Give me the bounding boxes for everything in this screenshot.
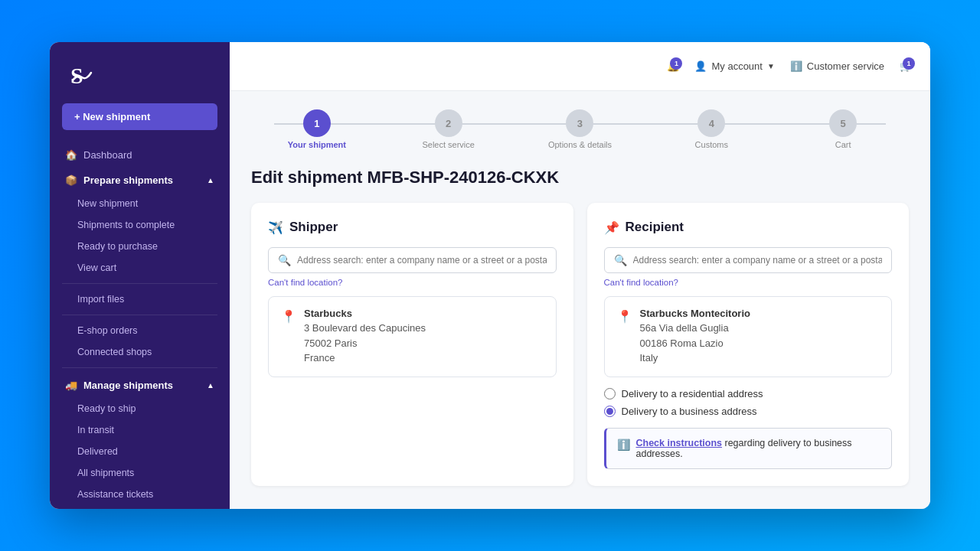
- sidebar-item-all-shipments[interactable]: All shipments: [50, 462, 230, 484]
- sidebar-section-manage[interactable]: 🚚 Manage shipments ▲: [50, 373, 230, 398]
- step-2: 2 Select service: [383, 109, 514, 149]
- home-icon: 🏠: [65, 149, 77, 161]
- sidebar-item-new-shipment[interactable]: New shipment: [50, 193, 230, 214]
- recipient-address-line2: 00186 Roma Lazio: [640, 336, 750, 351]
- customer-service-label: Customer service: [807, 60, 884, 72]
- recipient-address-box: 📍 Starbucks Montecitorio 56a Via della G…: [604, 296, 893, 377]
- radio-business[interactable]: Delivery to a business address: [604, 406, 893, 417]
- sidebar-item-ready-to-purchase[interactable]: Ready to purchase: [50, 236, 230, 257]
- step-circle-4: 4: [697, 109, 725, 137]
- recipient-card-title: 📌 Recipient: [604, 220, 893, 235]
- recipient-address-line3: Italy: [640, 350, 750, 366]
- info-icon: ℹ️: [617, 439, 630, 451]
- cart-button[interactable]: 🛒 1: [900, 60, 912, 72]
- truck-icon: 🚚: [65, 380, 77, 391]
- info-circle-icon: ℹ️: [790, 60, 802, 72]
- recipient-name: Starbucks Montecitorio: [640, 308, 750, 319]
- recipient-card: 📌 Recipient 🔍 Can't find location? 📍 Sta…: [587, 203, 910, 486]
- logo-area: S: [50, 42, 230, 103]
- package-icon: 📦: [65, 174, 77, 186]
- step-circle-1: 1: [303, 109, 331, 137]
- header: 🔔 1 👤 My account ▼ ℹ️ Customer service 🛒…: [230, 42, 930, 91]
- sidebar-item-eshop-orders[interactable]: E-shop orders: [50, 320, 230, 341]
- stepper: 1 Your shipment 2 Select service 3 Optio…: [251, 109, 909, 149]
- radio-residential-label: Delivery to a residential address: [622, 388, 763, 399]
- nav-divider-3: [62, 367, 217, 368]
- shipper-search-input[interactable]: [297, 255, 547, 266]
- delivery-type-group: Delivery to a residential address Delive…: [604, 388, 893, 417]
- step-3: 3 Options & details: [514, 109, 646, 149]
- person-icon: 👤: [694, 60, 707, 72]
- shipper-address-line1: 3 Boulevard des Capucines: [304, 321, 426, 336]
- pin-icon-shipper: 📍: [281, 309, 296, 366]
- check-instructions-link[interactable]: Check instructions: [636, 438, 723, 448]
- recipient-address-line1: 56a Via della Guglia: [640, 321, 750, 336]
- cards-row: ✈️ Shipper 🔍 Can't find location? 📍 Star…: [251, 203, 909, 486]
- chevron-down-icon: ▼: [767, 62, 775, 70]
- manage-label: Manage shipments: [83, 380, 173, 391]
- sidebar-item-dashboard[interactable]: 🏠 Dashboard: [50, 142, 230, 168]
- new-shipment-button[interactable]: + New shipment: [62, 103, 217, 130]
- search-icon-recipient: 🔍: [614, 254, 627, 266]
- main-content: 🔔 1 👤 My account ▼ ℹ️ Customer service 🛒…: [230, 42, 930, 509]
- notification-button[interactable]: 🔔 1: [667, 60, 679, 72]
- nav-divider-2: [62, 315, 217, 315]
- business-delivery-info: ℹ️ Check instructions regarding delivery…: [604, 428, 893, 469]
- step-1: 1 Your shipment: [251, 109, 383, 149]
- search-icon: 🔍: [278, 254, 291, 266]
- recipient-cant-find[interactable]: Can't find location?: [604, 278, 893, 287]
- step-label-1: Your shipment: [288, 140, 346, 149]
- step-label-2: Select service: [422, 140, 474, 149]
- sidebar-item-import-files[interactable]: Import files: [50, 289, 230, 310]
- sidebar: S + New shipment 🏠 Dashboard 📦 Prepare s…: [50, 42, 230, 509]
- radio-residential-input[interactable]: [604, 388, 616, 399]
- dashboard-label: Dashboard: [83, 149, 132, 161]
- page-title: Edit shipment MFB-SHP-240126-CKXK: [251, 168, 909, 187]
- sidebar-item-shipments-to-complete[interactable]: Shipments to complete: [50, 214, 230, 236]
- shipper-name: Starbucks: [304, 308, 426, 319]
- page-body: 1 Your shipment 2 Select service 3 Optio…: [230, 91, 930, 509]
- sidebar-nav: 🏠 Dashboard 📦 Prepare shipments ▲ New sh…: [50, 142, 230, 509]
- sidebar-item-delivered[interactable]: Delivered: [50, 441, 230, 462]
- location-icon: 📌: [604, 220, 619, 235]
- shipper-address-line3: France: [304, 350, 426, 366]
- account-label: My account: [711, 60, 762, 72]
- step-label-5: Cart: [835, 140, 851, 149]
- sidebar-item-assistance-tickets[interactable]: Assistance tickets: [50, 484, 230, 505]
- shipper-cant-find[interactable]: Can't find location?: [268, 278, 557, 287]
- step-label-3: Options & details: [548, 140, 612, 149]
- recipient-search-input[interactable]: [633, 255, 883, 266]
- shipper-card-title: ✈️ Shipper: [268, 220, 557, 235]
- sidebar-item-ready-to-ship[interactable]: Ready to ship: [50, 398, 230, 419]
- logo-icon: S: [65, 57, 99, 91]
- chevron-up-icon-2: ▲: [207, 381, 214, 390]
- cart-badge: 1: [903, 57, 915, 70]
- svg-text:S: S: [70, 63, 83, 88]
- notification-badge: 1: [670, 57, 682, 70]
- nav-divider-1: [62, 283, 217, 284]
- sidebar-item-view-cart[interactable]: View cart: [50, 257, 230, 279]
- chevron-up-icon: ▲: [207, 176, 214, 184]
- radio-residential[interactable]: Delivery to a residential address: [604, 388, 893, 399]
- shipper-card: ✈️ Shipper 🔍 Can't find location? 📍 Star…: [251, 203, 573, 486]
- step-4: 4 Customs: [645, 109, 777, 149]
- customer-service-button[interactable]: ℹ️ Customer service: [790, 60, 884, 72]
- radio-business-label: Delivery to a business address: [622, 406, 757, 417]
- shipper-address-box: 📍 Starbucks 3 Boulevard des Capucines 75…: [268, 296, 557, 377]
- step-circle-5: 5: [829, 109, 857, 137]
- pin-icon-recipient: 📍: [617, 309, 632, 366]
- info-text: Check instructions regarding delivery to…: [636, 438, 881, 459]
- shipper-search-row[interactable]: 🔍: [268, 247, 557, 273]
- sidebar-section-prepare[interactable]: 📦 Prepare shipments ▲: [50, 168, 230, 193]
- account-button[interactable]: 👤 My account ▼: [694, 60, 774, 72]
- step-circle-3: 3: [566, 109, 593, 137]
- sidebar-item-in-transit[interactable]: In transit: [50, 419, 230, 441]
- sidebar-item-connected-shops[interactable]: Connected shops: [50, 341, 230, 363]
- recipient-address-details: Starbucks Montecitorio 56a Via della Gug…: [640, 308, 750, 366]
- shipper-address-details: Starbucks 3 Boulevard des Capucines 7500…: [304, 308, 426, 366]
- step-5: 5 Cart: [777, 109, 909, 149]
- step-label-4: Customs: [695, 140, 728, 149]
- recipient-search-row[interactable]: 🔍: [604, 247, 893, 273]
- shipper-address-line2: 75002 Paris: [304, 336, 426, 351]
- radio-business-input[interactable]: [604, 406, 616, 417]
